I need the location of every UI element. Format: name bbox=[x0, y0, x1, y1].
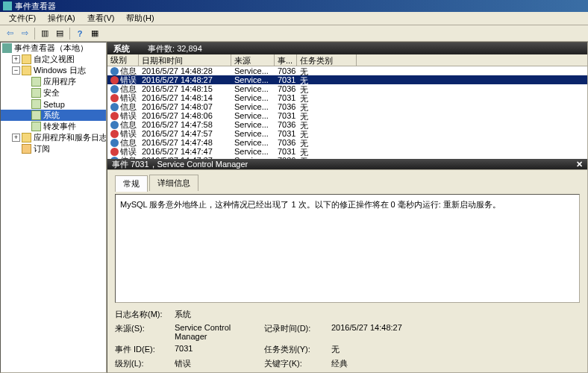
cell-source: Service... bbox=[231, 66, 275, 75]
menu-action[interactable]: 操作(A) bbox=[42, 11, 81, 25]
toolbar-separator bbox=[69, 28, 70, 40]
collapse-icon[interactable]: − bbox=[12, 66, 20, 75]
tree-custom-views[interactable]: + 自定义视图 bbox=[1, 54, 106, 65]
tree-forwarded[interactable]: 转发事件 bbox=[1, 121, 106, 132]
cell-datetime: 2016/5/27 14:47:48 bbox=[139, 138, 231, 147]
cell-event-id: 7031 bbox=[275, 129, 297, 138]
prop-logged-label: 记录时间(D): bbox=[264, 323, 331, 341]
cell-task: 无 bbox=[297, 66, 357, 75]
error-icon bbox=[110, 94, 119, 102]
tree-security[interactable]: 安全 bbox=[1, 87, 106, 98]
col-datetime[interactable]: 日期和时间 bbox=[139, 54, 231, 66]
tree-windows-logs[interactable]: − Windows 日志 bbox=[1, 65, 106, 76]
col-source[interactable]: 来源 bbox=[231, 54, 275, 66]
grid-body[interactable]: 信息2016/5/27 14:48:28Service...7036无错误201… bbox=[107, 66, 587, 159]
cell-source: Service... bbox=[231, 102, 275, 111]
error-icon bbox=[110, 76, 119, 84]
col-event-id[interactable]: 事... bbox=[275, 54, 297, 66]
event-grid[interactable]: 级别 日期和时间 来源 事... 任务类别 信息2016/5/27 14:48:… bbox=[107, 54, 587, 159]
cell-level: 错误 bbox=[120, 129, 137, 138]
log-icon bbox=[31, 88, 41, 98]
event-row[interactable]: 错误2016/5/27 14:48:27Service...7031无 bbox=[107, 75, 587, 84]
cell-level: 信息 bbox=[120, 66, 137, 75]
event-row[interactable]: 信息2016/5/27 14:48:07Service...7036无 bbox=[107, 102, 587, 111]
cell-event-id: 7036 bbox=[275, 102, 297, 111]
cell-datetime: 2016/5/27 14:47:47 bbox=[139, 147, 231, 156]
close-details-button[interactable]: ✕ bbox=[576, 160, 583, 169]
panel-icon: ▥ bbox=[41, 28, 49, 38]
menu-view[interactable]: 查看(V) bbox=[81, 11, 121, 25]
properties-button[interactable]: ▤ bbox=[53, 27, 66, 40]
nav-tree[interactable]: 事件查看器（本地） + 自定义视图 − Windows 日志 应用程序 安全 S… bbox=[0, 42, 107, 373]
help-button[interactable]: ? bbox=[73, 27, 87, 40]
prop-logname-value: 系统 bbox=[175, 309, 264, 320]
tree-system[interactable]: 系统 bbox=[1, 110, 106, 121]
event-row[interactable]: 错误2016/5/27 14:48:14Service...7031无 bbox=[107, 93, 587, 102]
cell-source: Service... bbox=[231, 84, 275, 93]
prop-task-label: 任务类别(Y): bbox=[264, 344, 331, 355]
tree-label: 系统 bbox=[43, 110, 60, 121]
event-row[interactable]: 信息2016/5/27 14:48:15Service...7036无 bbox=[107, 84, 587, 93]
cell-datetime: 2016/5/27 14:48:06 bbox=[139, 111, 231, 120]
log-title: 系统 bbox=[113, 43, 130, 54]
col-level[interactable]: 级别 bbox=[107, 54, 139, 66]
details-pane: 常规 详细信息 MySQL 服务意外地终止，这种情况已经出现了 1 次。以下的修… bbox=[107, 169, 587, 372]
properties-icon: ▤ bbox=[56, 28, 63, 38]
tab-general[interactable]: 常规 bbox=[115, 175, 148, 192]
event-row[interactable]: 错误2016/5/27 14:47:57Service...7031无 bbox=[107, 129, 587, 138]
tree-root[interactable]: 事件查看器（本地） bbox=[1, 43, 106, 54]
tree-label: 应用程序和服务日志 bbox=[34, 132, 107, 143]
error-icon bbox=[110, 148, 119, 156]
expand-icon[interactable]: + bbox=[12, 134, 20, 142]
tree-label: 应用程序 bbox=[43, 76, 76, 87]
help-icon: ? bbox=[78, 29, 83, 38]
details-title: 事件 7031，Service Control Manager bbox=[112, 159, 248, 170]
cell-task: 无 bbox=[297, 75, 357, 84]
grid-header[interactable]: 级别 日期和时间 来源 事... 任务类别 bbox=[107, 54, 587, 66]
cell-event-id: 7031 bbox=[275, 147, 297, 156]
tree-label: 安全 bbox=[43, 87, 60, 98]
prop-logged-value: 2016/5/27 14:48:27 bbox=[331, 323, 421, 341]
event-properties: 日志名称(M): 系统 来源(S): Service Control Manag… bbox=[115, 309, 580, 369]
menu-file[interactable]: 文件(F) bbox=[3, 11, 42, 25]
forward-button[interactable]: ⇨ bbox=[18, 27, 31, 40]
back-button[interactable]: ⇦ bbox=[3, 27, 16, 40]
cell-source: Service... bbox=[231, 75, 275, 84]
event-count: 事件数: 32,894 bbox=[148, 43, 202, 54]
event-row[interactable]: 信息2016/5/27 14:47:58Service...7036无 bbox=[107, 120, 587, 129]
event-row[interactable]: 信息2016/5/27 14:48:28Service...7036无 bbox=[107, 66, 587, 75]
cell-source: Service... bbox=[231, 93, 275, 102]
event-row[interactable]: 错误2016/5/27 14:47:47Service...7031无 bbox=[107, 147, 587, 156]
info-icon bbox=[110, 139, 119, 147]
error-icon bbox=[110, 112, 119, 120]
cell-task: 无 bbox=[297, 93, 357, 102]
expand-icon[interactable]: + bbox=[12, 55, 20, 63]
cell-level: 信息 bbox=[120, 138, 137, 147]
tree-label: Windows 日志 bbox=[34, 65, 86, 76]
tree-application[interactable]: 应用程序 bbox=[1, 76, 106, 87]
tree-label: 转发事件 bbox=[43, 121, 76, 132]
prop-keywords-value: 经典 bbox=[331, 358, 421, 369]
event-row[interactable]: 错误2016/5/27 14:48:06Service...7031无 bbox=[107, 111, 587, 120]
event-row[interactable]: 信息2016/5/27 14:47:48Service...7036无 bbox=[107, 138, 587, 147]
cell-source: Service... bbox=[231, 129, 275, 138]
cell-level: 信息 bbox=[120, 120, 137, 129]
show-hide-tree-button[interactable]: ▥ bbox=[38, 27, 51, 40]
tool-button[interactable]: ▦ bbox=[88, 27, 101, 40]
tree-subscriptions[interactable]: 订阅 bbox=[1, 143, 106, 154]
cell-event-id: 7031 bbox=[275, 111, 297, 120]
col-task[interactable]: 任务类别 bbox=[297, 54, 357, 66]
prop-logname-label: 日志名称(M): bbox=[115, 309, 175, 320]
viewer-icon bbox=[2, 43, 12, 53]
tree-setup[interactable]: Setup bbox=[1, 98, 106, 110]
cell-datetime: 2016/5/27 14:47:58 bbox=[139, 120, 231, 129]
log-icon bbox=[31, 110, 41, 120]
cell-task: 无 bbox=[297, 129, 357, 138]
tab-details[interactable]: 详细信息 bbox=[149, 175, 198, 191]
folder-icon bbox=[22, 54, 31, 64]
event-message[interactable]: MySQL 服务意外地终止，这种情况已经出现了 1 次。以下的修正操作将在 0 … bbox=[115, 194, 580, 303]
tree-apps-services[interactable]: + 应用程序和服务日志 bbox=[1, 132, 106, 143]
cell-event-id: 7031 bbox=[275, 75, 297, 84]
menu-help[interactable]: 帮助(H) bbox=[120, 11, 160, 25]
cell-datetime: 2016/5/27 14:48:14 bbox=[139, 93, 231, 102]
